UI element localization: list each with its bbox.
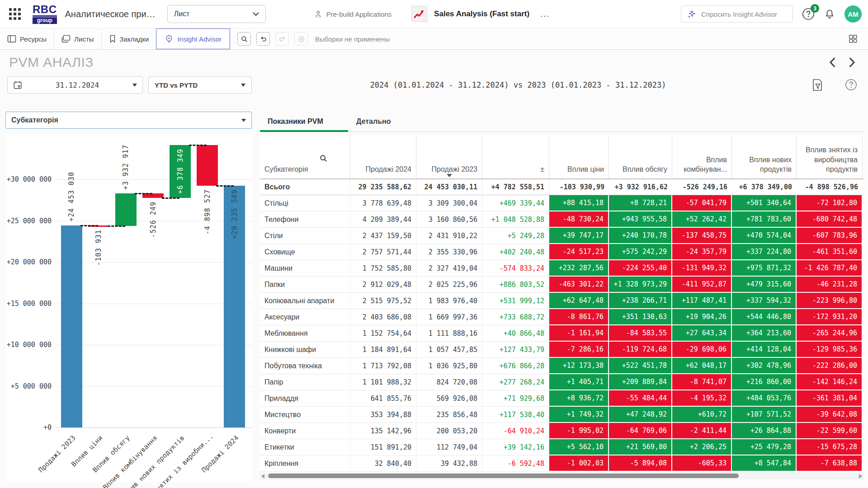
table-cell[interactable]: 2 025 225,96 (416, 277, 482, 293)
table-cell[interactable]: +12 173,38 (549, 358, 609, 374)
current-app-name[interactable]: Sales Analysis (Fast start) (434, 9, 529, 19)
table-cell[interactable]: +4 782 558,51 (482, 179, 549, 195)
table-cell[interactable]: +6 378 349,00 (732, 179, 797, 195)
table-cell[interactable]: +88 415,18 (549, 195, 609, 211)
column-header-subcategory[interactable]: Субкатегорія (260, 136, 350, 178)
table-row[interactable]: Мистецтво353 394,88235 856,48+117 538,40… (260, 407, 863, 423)
table-cell[interactable]: -15 675,28 (797, 439, 863, 455)
table-cell[interactable]: 1 184 891,64 (350, 342, 416, 358)
table-cell[interactable]: +238 266,71 (609, 293, 672, 309)
table-cell[interactable]: 824 720,08 (416, 374, 482, 390)
scrollbar-thumb[interactable] (268, 474, 739, 478)
table-cell[interactable]: -64 769,06 (609, 423, 672, 439)
table-cell[interactable]: -172 931,20 (797, 309, 863, 325)
table-cell[interactable]: +351 130,63 (609, 309, 672, 325)
table-cell[interactable]: 1 101 988,32 (350, 374, 416, 390)
table-cell[interactable]: +3 932 916,62 (609, 179, 672, 195)
table-cell[interactable]: 1 057 457,85 (416, 342, 482, 358)
table-cell[interactable]: Всього (260, 179, 350, 195)
table-row[interactable]: Копіювальні апарати2 515 975,521 983 976… (260, 293, 863, 309)
table-cell[interactable]: -72 102,80 (797, 195, 863, 211)
table-cell[interactable]: 3 778 639,48 (350, 195, 416, 211)
table-cell[interactable]: Машини (260, 260, 350, 277)
table-cell[interactable]: 1 111 888,16 (416, 325, 482, 342)
table-cell[interactable]: -48 730,24 (549, 211, 609, 228)
table-row[interactable]: Меблювання1 152 754,641 111 888,16+40 86… (260, 325, 863, 342)
table-cell[interactable]: +47 248,92 (609, 407, 672, 423)
table-cell[interactable]: Папки (260, 277, 350, 293)
table-row[interactable]: Кріплення32 840,4039 432,88-6 592,48-1 0… (260, 455, 863, 472)
table-cell[interactable]: 24 453 030,11 (416, 179, 482, 195)
table-cell[interactable]: -24 357,79 (672, 244, 732, 260)
table-cell[interactable]: +676 866,28 (482, 358, 549, 374)
table-cell[interactable]: 32 840,40 (350, 455, 416, 472)
table-cell[interactable]: Папір (260, 374, 350, 390)
table-cell[interactable]: Стіли (260, 228, 350, 244)
table-cell[interactable]: 29 235 588,62 (350, 179, 416, 195)
period-mode-dropdown[interactable]: YTD vs PYTD (148, 76, 252, 94)
table-cell[interactable]: -8 741,07 (672, 374, 732, 390)
table-cell[interactable]: 2 757 571,44 (350, 244, 416, 260)
table-cell[interactable]: -461 351,60 (797, 244, 863, 260)
table-cell[interactable]: +531 999,12 (482, 293, 549, 309)
notifications-button[interactable] (824, 8, 835, 20)
table-cell[interactable]: +781 783,60 (732, 211, 797, 228)
toolbar-item-resources[interactable]: Ресурсы (0, 28, 54, 49)
table-cell[interactable]: +337 224,80 (732, 244, 797, 260)
table-cell[interactable]: -103 930,99 (549, 179, 609, 195)
toolbar-item-bookmarks[interactable]: Закладки (102, 28, 156, 49)
table-cell[interactable]: -605,33 (672, 455, 732, 472)
toolbar-item-sheets[interactable]: Листы (54, 28, 101, 49)
table-cell[interactable]: +39 142,16 (482, 439, 549, 455)
table-cell[interactable]: 1 669 997,36 (416, 309, 482, 325)
clear-selections-button[interactable] (294, 32, 308, 46)
column-header-volume-impact[interactable]: Вплив обсягу (609, 136, 672, 178)
table-cell[interactable]: +975 871,32 (732, 260, 797, 277)
app-launcher-icon[interactable] (9, 8, 21, 20)
table-cell[interactable]: +5 562,10 (549, 439, 609, 455)
table-cell[interactable]: Телефони (260, 211, 350, 228)
table-cell[interactable]: +610,72 (672, 407, 732, 423)
table-cell[interactable]: +337 594,32 (732, 293, 797, 309)
table-cell[interactable]: 1 036 925,80 (416, 358, 482, 374)
undo-selection-button[interactable] (256, 32, 270, 46)
table-total-row[interactable]: Всього29 235 588,6224 453 030,11+4 782 5… (260, 179, 863, 195)
table-cell[interactable]: 4 209 389,44 (350, 211, 416, 228)
table-cell[interactable]: 2 515 975,52 (350, 293, 416, 309)
table-row[interactable]: Телефони4 209 389,443 160 860,56+1 048 5… (260, 211, 863, 228)
table-cell[interactable]: 1 752 585,80 (350, 260, 416, 277)
table-cell[interactable]: -222 286,00 (797, 358, 863, 374)
table-cell[interactable]: -129 985,36 (797, 342, 863, 358)
table-cell[interactable]: 2 431 910,22 (416, 228, 482, 244)
table-cell[interactable]: -137 458,75 (672, 228, 732, 244)
table-row[interactable]: Аксесуари2 403 686,081 669 997,36+733 68… (260, 309, 863, 325)
column-header-sales-2023[interactable]: Продажі 2023 (416, 136, 482, 178)
table-cell[interactable]: Сховище (260, 244, 350, 260)
table-cell[interactable]: +39 747,17 (549, 228, 609, 244)
table-cell[interactable]: 3 160 860,56 (416, 211, 482, 228)
table-cell[interactable]: +733 688,72 (482, 309, 549, 325)
table-cell[interactable]: -411 952,87 (672, 277, 732, 293)
table-cell[interactable]: +117 487,41 (672, 293, 732, 309)
table-cell[interactable]: +522 451,78 (609, 358, 672, 374)
horizontal-scrollbar[interactable] (260, 473, 863, 479)
table-cell[interactable]: 2 403 686,08 (350, 309, 416, 325)
table-cell[interactable]: +5 249,28 (482, 228, 549, 244)
column-search-icon[interactable] (320, 155, 327, 162)
table-cell[interactable]: +19 904,26 (672, 309, 732, 325)
column-header-delta[interactable]: ± (482, 136, 549, 178)
table-cell[interactable]: -119 724,68 (609, 342, 672, 358)
table-cell[interactable]: Книжкові шафи (260, 342, 350, 358)
table-cell[interactable]: Етикетки (260, 439, 350, 455)
column-header-discontinued-impact[interactable]: Вплив знятих із виробництва продуктів (797, 136, 863, 178)
table-cell[interactable]: 1 713 792,08 (350, 358, 416, 374)
table-row[interactable]: Папір1 101 988,32824 720,08+277 268,24+1… (260, 374, 863, 390)
table-cell[interactable]: -24 517,23 (549, 244, 609, 260)
table-cell[interactable]: +209 889,84 (609, 374, 672, 390)
table-cell[interactable]: -223 996,80 (797, 293, 863, 309)
table-cell[interactable]: +484 053,76 (732, 390, 797, 407)
table-cell[interactable]: 353 394,88 (350, 407, 416, 423)
waterfall-bar[interactable] (115, 193, 137, 226)
table-cell[interactable]: -39 642,08 (797, 407, 863, 423)
column-header-mix-impact[interactable]: Вплив комбінуван... (672, 136, 732, 178)
